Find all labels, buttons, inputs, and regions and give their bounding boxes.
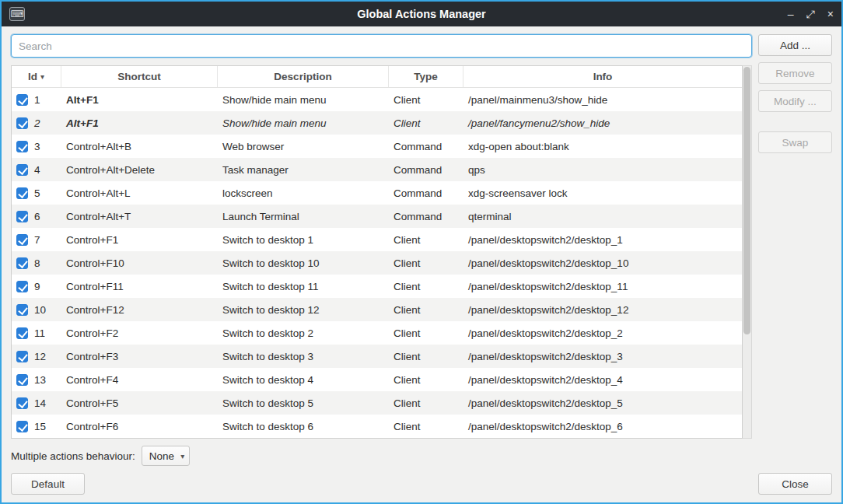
cell-description: Web browser — [218, 141, 389, 152]
table-row[interactable]: 1Alt+F1Show/hide main menuClient/panel/m… — [12, 88, 742, 111]
table-row[interactable]: 15Control+F6Switch to desktop 6Client/pa… — [12, 415, 742, 438]
cell-type: Client — [389, 327, 463, 339]
cell-info: /panel/desktopswitch2/desktop_3 — [463, 351, 742, 362]
column-header-shortcut[interactable]: Shortcut — [61, 66, 218, 87]
cell-info: /panel/desktopswitch2/desktop_11 — [463, 281, 742, 292]
column-header-description[interactable]: Description — [218, 66, 389, 87]
cell-shortcut: Control+F3 — [61, 351, 218, 362]
cell-id: 12 — [12, 351, 61, 362]
cell-description: Show/hide main menu — [218, 117, 389, 129]
column-header-label: Description — [274, 71, 331, 82]
close-button[interactable]: Close — [758, 473, 832, 495]
multiple-actions-label: Multiple actions behaviour: — [11, 450, 135, 462]
remove-button[interactable]: Remove — [758, 62, 832, 84]
table-row[interactable]: 4Control+Alt+DeleteTask managerCommandqp… — [12, 158, 742, 181]
row-checkbox[interactable] — [16, 234, 28, 246]
table-row[interactable]: 3Control+Alt+BWeb browserCommandxdg-open… — [12, 135, 742, 158]
table-row[interactable]: 14Control+F5Switch to desktop 5Client/pa… — [12, 391, 742, 415]
table-row[interactable]: 2Alt+F1Show/hide main menuClient/panel/f… — [12, 111, 742, 135]
cell-id: 14 — [12, 397, 61, 409]
row-checkbox[interactable] — [16, 187, 28, 199]
multiple-actions-dropdown[interactable]: None ▾ — [142, 446, 190, 466]
row-id: 15 — [34, 421, 46, 432]
cell-description: Switch to desktop 12 — [218, 304, 389, 316]
table-row[interactable]: 5Control+Alt+LlockscreenCommandxdg-scree… — [12, 181, 742, 205]
row-checkbox[interactable] — [16, 351, 28, 362]
cell-id: 7 — [12, 234, 61, 246]
keyboard-icon: ⌨ — [9, 7, 25, 21]
row-checkbox[interactable] — [16, 211, 28, 222]
cell-id: 6 — [12, 211, 61, 222]
cell-description: Show/hide main menu — [218, 94, 389, 106]
table-row[interactable]: 13Control+F4Switch to desktop 4Client/pa… — [12, 368, 742, 391]
window-content: Id▾ShortcutDescriptionTypeInfo 1Alt+F1Sh… — [2, 26, 841, 502]
row-id: 10 — [34, 304, 46, 316]
row-checkbox[interactable] — [16, 304, 28, 316]
modify-button[interactable]: Modify ... — [758, 90, 832, 112]
cell-shortcut: Control+Alt+L — [61, 187, 218, 199]
row-checkbox[interactable] — [16, 141, 28, 152]
cell-type: Command — [389, 211, 463, 222]
row-id: 4 — [34, 164, 40, 176]
row-id: 3 — [34, 141, 40, 152]
cell-id: 1 — [12, 94, 61, 106]
table-row[interactable]: 11Control+F2Switch to desktop 2Client/pa… — [12, 321, 742, 345]
row-checkbox[interactable] — [16, 117, 28, 129]
actions-table-wrap: Id▾ShortcutDescriptionTypeInfo 1Alt+F1Sh… — [11, 65, 752, 439]
cell-type: Client — [389, 94, 463, 106]
cell-id: 5 — [12, 187, 61, 199]
cell-shortcut: Control+F1 — [61, 234, 218, 246]
minimize-icon[interactable]: – — [788, 7, 794, 21]
row-checkbox[interactable] — [16, 281, 28, 292]
cell-description: Switch to desktop 6 — [218, 421, 389, 432]
cell-type: Client — [389, 117, 463, 129]
cell-description: Task manager — [218, 164, 389, 176]
cell-shortcut: Control+F4 — [61, 374, 218, 386]
row-id: 1 — [34, 94, 40, 106]
actions-table: Id▾ShortcutDescriptionTypeInfo 1Alt+F1Sh… — [11, 65, 743, 439]
table-row[interactable]: 6Control+Alt+TLaunch TerminalCommandqter… — [12, 205, 742, 228]
table-row[interactable]: 10Control+F12Switch to desktop 12Client/… — [12, 298, 742, 321]
row-id: 6 — [34, 211, 40, 222]
cell-id: 10 — [12, 304, 61, 316]
table-header-row: Id▾ShortcutDescriptionTypeInfo — [12, 66, 742, 88]
close-icon[interactable]: × — [827, 7, 834, 21]
table-row[interactable]: 9Control+F11Switch to desktop 11Client/p… — [12, 275, 742, 298]
column-header-id[interactable]: Id▾ — [12, 66, 61, 87]
default-button[interactable]: Default — [11, 473, 85, 495]
row-checkbox[interactable] — [16, 421, 28, 432]
cell-info: /panel/desktopswitch2/desktop_5 — [463, 397, 742, 409]
sort-descending-icon: ▾ — [40, 72, 44, 81]
window-title: Global Actions Manager — [2, 8, 841, 20]
scrollbar-thumb[interactable] — [743, 67, 750, 334]
swap-button[interactable]: Swap — [758, 131, 832, 153]
maximize-icon[interactable]: ⤢ — [806, 7, 815, 21]
add-button[interactable]: Add ... — [758, 34, 832, 56]
table-row[interactable]: 12Control+F3Switch to desktop 3Client/pa… — [12, 345, 742, 368]
row-checkbox[interactable] — [16, 257, 28, 269]
cell-id: 13 — [12, 374, 61, 386]
search-input[interactable] — [11, 34, 752, 58]
cell-id: 8 — [12, 257, 61, 269]
row-id: 5 — [34, 187, 40, 199]
row-checkbox[interactable] — [16, 94, 28, 106]
row-checkbox[interactable] — [16, 397, 28, 409]
cell-info: qterminal — [463, 211, 742, 222]
table-row[interactable]: 7Control+F1Switch to desktop 1Client/pan… — [12, 228, 742, 251]
dropdown-selected-value: None — [149, 450, 174, 462]
row-id: 7 — [34, 234, 40, 246]
titlebar[interactable]: ⌨ Global Actions Manager – ⤢ × — [2, 2, 841, 26]
cell-info: qps — [463, 164, 742, 176]
cell-info: xdg-screensaver lock — [463, 187, 742, 199]
row-checkbox[interactable] — [16, 327, 28, 339]
column-header-type[interactable]: Type — [389, 66, 463, 87]
row-id: 9 — [34, 281, 40, 292]
row-checkbox[interactable] — [16, 164, 28, 176]
cell-type: Client — [389, 281, 463, 292]
cell-type: Client — [389, 374, 463, 386]
table-row[interactable]: 8Control+F10Switch to desktop 10Client/p… — [12, 251, 742, 275]
row-id: 14 — [34, 397, 46, 409]
row-checkbox[interactable] — [16, 374, 28, 386]
column-header-info[interactable]: Info — [463, 66, 742, 87]
vertical-scrollbar[interactable] — [743, 65, 752, 439]
